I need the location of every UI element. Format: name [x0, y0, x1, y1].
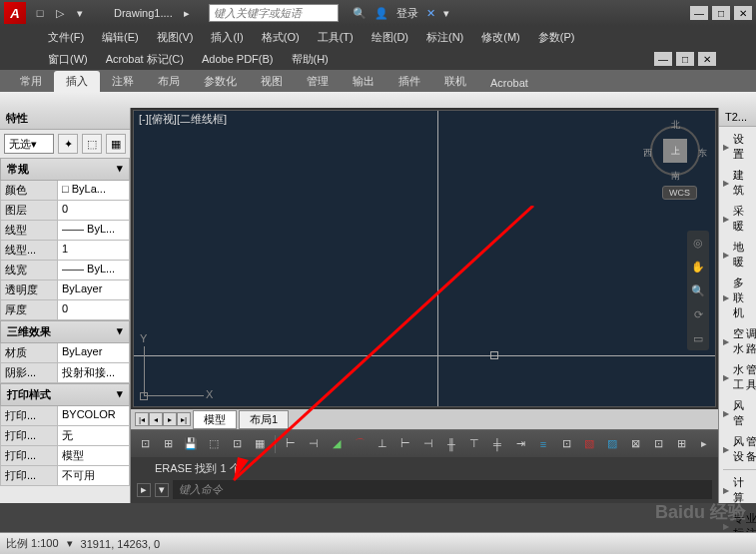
palette-item[interactable]: ▶建 筑: [719, 165, 756, 201]
ribbon-tab[interactable]: 插入: [54, 71, 100, 92]
menu-item[interactable]: 文件(F): [40, 28, 92, 47]
tool-icon[interactable]: ▸: [694, 434, 714, 454]
tool-icon[interactable]: ⊡: [135, 434, 155, 454]
tool-icon[interactable]: ⊡: [648, 434, 668, 454]
prop-value[interactable]: 0: [58, 201, 130, 221]
prop-value[interactable]: ByLayer: [58, 280, 130, 300]
prop-value[interactable]: 不可用: [58, 466, 130, 486]
tab-next-icon[interactable]: ▸: [163, 412, 177, 426]
tool-icon[interactable]: ⊠: [625, 434, 645, 454]
prop-value[interactable]: —— ByL...: [58, 261, 130, 280]
menu-item[interactable]: 编辑(E): [94, 28, 147, 47]
selection-filter[interactable]: 无选 ▾: [4, 134, 54, 154]
palette-item[interactable]: ▶地 暖: [719, 237, 756, 273]
menu-item[interactable]: 修改(M): [473, 28, 528, 47]
palette-item[interactable]: ▶设 置: [719, 129, 756, 165]
tab-first-icon[interactable]: |◂: [135, 412, 149, 426]
save-icon[interactable]: ▾: [72, 5, 88, 21]
prop-value[interactable]: 1: [58, 241, 130, 261]
palette-item[interactable]: ▶水管工具: [719, 359, 756, 395]
menu-item[interactable]: 参数(P): [530, 28, 583, 47]
tool-icon[interactable]: ⊣: [304, 434, 324, 454]
ribbon-tab[interactable]: 视图: [249, 71, 295, 92]
toggle-icon[interactable]: ▦: [106, 134, 126, 154]
palette-item[interactable]: ▶多 联 机: [719, 273, 756, 323]
tool-icon[interactable]: ⊢: [395, 434, 415, 454]
tool-icon[interactable]: ⊢: [281, 434, 301, 454]
tool-icon[interactable]: ⊞: [671, 434, 691, 454]
minimize-button[interactable]: —: [690, 6, 708, 20]
ribbon-tab[interactable]: 注释: [100, 71, 146, 92]
menu-item[interactable]: 绘图(D): [364, 28, 416, 47]
cmd-opts-icon[interactable]: ▾: [155, 483, 169, 497]
prop-section-header[interactable]: 常规▾: [0, 158, 130, 181]
menu-item[interactable]: 插入(I): [203, 28, 251, 47]
menu-item[interactable]: 窗口(W): [40, 50, 96, 69]
prop-value[interactable]: 投射和接...: [58, 363, 130, 383]
ribbon-tab[interactable]: 联机: [432, 71, 478, 92]
tool-icon[interactable]: ╪: [487, 434, 507, 454]
ribbon-tab[interactable]: 常用: [8, 71, 54, 92]
menu-item[interactable]: 格式(O): [254, 28, 308, 47]
prop-section-header[interactable]: 打印样式▾: [0, 383, 130, 406]
tool-icon[interactable]: ⊣: [418, 434, 438, 454]
scale-display[interactable]: 比例 1:100: [6, 536, 59, 551]
chevron-down-icon[interactable]: ▸: [179, 5, 195, 21]
tool-icon[interactable]: 💾: [181, 434, 201, 454]
doc-maximize-button[interactable]: □: [676, 52, 694, 66]
tool-icon[interactable]: ≡: [533, 434, 553, 454]
orbit-icon[interactable]: ⟳: [690, 306, 706, 322]
tool-icon[interactable]: ⬚: [204, 434, 224, 454]
wheel-icon[interactable]: ◎: [690, 235, 706, 251]
tool-icon[interactable]: ⇥: [510, 434, 530, 454]
help-icon[interactable]: ▾: [443, 7, 449, 20]
app-logo[interactable]: A: [4, 2, 26, 24]
tool-icon[interactable]: ◢: [327, 434, 347, 454]
open-icon[interactable]: ▷: [52, 5, 68, 21]
palette-item[interactable]: ▶空调水路: [719, 323, 756, 359]
prop-value[interactable]: □ ByLa...: [58, 181, 130, 201]
tab-last-icon[interactable]: ▸|: [177, 412, 191, 426]
menu-item[interactable]: Acrobat 标记(C): [98, 50, 192, 69]
tab-model[interactable]: 模型: [193, 410, 237, 429]
prop-value[interactable]: 无: [58, 426, 130, 446]
ribbon-tab[interactable]: 布局: [146, 71, 192, 92]
menu-item[interactable]: 帮助(H): [284, 50, 337, 69]
ribbon-tab[interactable]: 插件: [386, 71, 432, 92]
viewport-label[interactable]: [-][俯视][二维线框]: [139, 112, 227, 127]
prop-value[interactable]: ByLayer: [58, 343, 130, 363]
palette-item[interactable]: ▶采 暖: [719, 201, 756, 237]
menu-item[interactable]: 视图(V): [149, 28, 202, 47]
zoom-icon[interactable]: 🔍: [690, 282, 706, 298]
tool-icon[interactable]: ⊡: [556, 434, 576, 454]
prop-value[interactable]: 模型: [58, 446, 130, 466]
tool-icon[interactable]: ⊡: [227, 434, 247, 454]
tool-icon[interactable]: ╫: [441, 434, 461, 454]
exchange-icon[interactable]: ✕: [426, 7, 435, 20]
palette-item[interactable]: ▶计 算: [719, 472, 756, 508]
menu-item[interactable]: 工具(T): [310, 28, 362, 47]
menu-item[interactable]: 标注(N): [418, 28, 471, 47]
doc-minimize-button[interactable]: —: [654, 52, 672, 66]
new-icon[interactable]: □: [32, 5, 48, 21]
viewcube[interactable]: 上 北 南 东 西: [645, 121, 705, 181]
command-input[interactable]: 键入命令: [173, 480, 712, 499]
ribbon-tab[interactable]: 输出: [341, 71, 386, 92]
cmd-icon[interactable]: ▸: [137, 483, 151, 497]
prop-value[interactable]: BYCOLOR: [58, 406, 130, 426]
ribbon-tab[interactable]: 参数化: [192, 71, 249, 92]
tab-prev-icon[interactable]: ◂: [149, 412, 163, 426]
login-link[interactable]: 登录: [396, 6, 418, 21]
wcs-badge[interactable]: WCS: [662, 186, 697, 200]
close-button[interactable]: ✕: [734, 6, 752, 20]
prop-value[interactable]: —— ByL...: [58, 221, 130, 241]
tool-icon[interactable]: ⊥: [373, 434, 392, 454]
ribbon-tab[interactable]: 管理: [295, 71, 341, 92]
user-icon[interactable]: 👤: [375, 7, 388, 20]
maximize-button[interactable]: □: [712, 6, 730, 20]
tool-icon[interactable]: ▧: [579, 434, 599, 454]
prop-section-header[interactable]: 三维效果▾: [0, 320, 130, 343]
tab-layout1[interactable]: 布局1: [239, 410, 289, 429]
tool-icon[interactable]: ▦: [250, 434, 270, 454]
pan-icon[interactable]: ✋: [690, 259, 706, 275]
